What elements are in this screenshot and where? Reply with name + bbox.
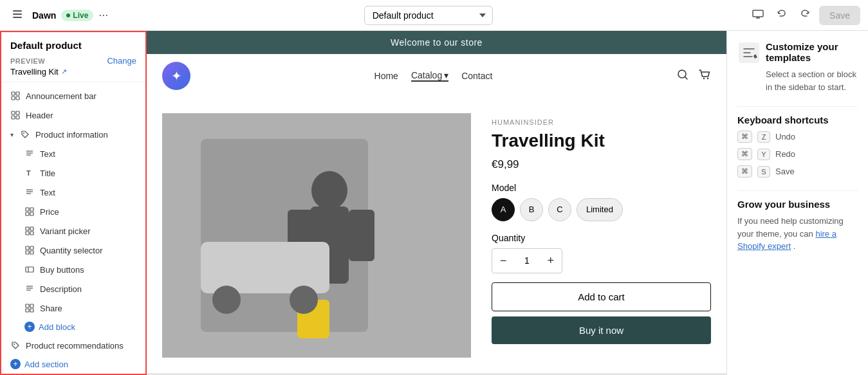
svg-rect-31 <box>30 251 33 254</box>
sidebar-subitem-quantity-selector[interactable]: Quantity selector <box>1 241 145 260</box>
store-nav: ✦ Home Catalog ▾ Contact <box>147 54 726 98</box>
tag-icon-2 <box>10 340 21 351</box>
collapse-arrow-icon: ▾ <box>10 131 14 138</box>
buy-now-button[interactable]: Buy it now <box>492 316 711 344</box>
nav-link-catalog[interactable]: Catalog ▾ <box>411 70 448 82</box>
sidebar-subitem-title[interactable]: T Title <box>1 163 145 183</box>
sidebar-item-header[interactable]: Header <box>1 105 145 125</box>
corners-icon-share <box>24 303 35 313</box>
search-icon[interactable] <box>676 68 689 84</box>
corners-icon-quantity <box>24 245 35 255</box>
sidebar-subitem-buy-buttons[interactable]: Buy buttons <box>1 260 145 279</box>
svg-rect-39 <box>26 309 29 312</box>
sidebar-subitem-variant-picker[interactable]: Variant picker <box>1 221 145 241</box>
model-option-b[interactable]: B <box>520 198 543 221</box>
add-section-button[interactable]: + Add section <box>1 355 145 373</box>
divider-1 <box>737 106 858 107</box>
svg-rect-50 <box>349 210 374 261</box>
theme-name: Dawn <box>32 10 56 21</box>
buy-icon <box>24 264 35 275</box>
customize-icon <box>737 41 761 66</box>
quantity-label: Quantity <box>492 233 711 243</box>
corners-icon-price <box>24 206 35 217</box>
svg-rect-9 <box>16 111 19 114</box>
preview-area: Welcome to our store ✦ Home Catalog ▾ Co… <box>147 31 726 375</box>
svg-rect-5 <box>16 92 19 95</box>
sidebar-item-announcement-bar[interactable]: Announcement bar <box>1 86 145 105</box>
product-image-placeholder <box>162 113 471 358</box>
svg-rect-3 <box>753 10 763 17</box>
shortcuts-title: Keyboard shortcuts <box>737 114 858 125</box>
store-banner: Welcome to our store <box>147 31 726 54</box>
title-label: Title <box>40 169 55 178</box>
sidebar-subitem-text-2[interactable]: Text <box>1 183 145 202</box>
add-to-cart-button[interactable]: Add to cart <box>492 282 711 311</box>
z-key-undo: Z <box>757 131 770 143</box>
svg-point-43 <box>703 77 705 78</box>
preview-product-name: Travelling Kit <box>10 67 59 77</box>
topbar-right: Save <box>748 5 860 26</box>
desktop-view-button[interactable] <box>748 6 768 25</box>
sidebar-subitem-text-1[interactable]: Text <box>1 144 145 163</box>
y-key-redo: Y <box>757 149 770 160</box>
save-button[interactable]: Save <box>819 6 860 25</box>
nav-links: Home Catalog ▾ Contact <box>374 70 493 82</box>
svg-point-41 <box>14 343 15 345</box>
tag-icon <box>20 129 30 140</box>
nav-link-home[interactable]: Home <box>374 71 398 81</box>
preview-value: Travelling Kit ↗ <box>10 67 136 77</box>
text-1-label: Text <box>40 149 55 159</box>
sidebar-toggle-button[interactable] <box>8 5 27 26</box>
sidebar: Default product PREVIEW Change Travellin… <box>0 31 147 375</box>
redo-button[interactable] <box>796 5 814 26</box>
price-label: Price <box>40 207 59 217</box>
sidebar-subitem-price[interactable]: Price <box>1 202 145 221</box>
catalog-chevron-icon: ▾ <box>444 70 448 80</box>
sidebar-item-product-information[interactable]: ▾ Product information <box>1 125 145 144</box>
svg-rect-37 <box>26 304 29 307</box>
add-block-button[interactable]: + Add block <box>1 318 145 336</box>
text-2-label: Text <box>40 188 55 197</box>
svg-rect-22 <box>26 212 29 215</box>
quantity-increase-button[interactable]: + <box>539 249 562 273</box>
svg-rect-7 <box>16 96 19 100</box>
customize-section: Customize your templates Select a sectio… <box>737 41 858 93</box>
change-link[interactable]: Change <box>107 56 136 66</box>
svg-rect-11 <box>16 116 19 119</box>
store-logo: ✦ <box>162 62 190 90</box>
preview-row: PREVIEW Change <box>10 56 136 66</box>
product-price: €9,99 <box>492 158 711 171</box>
announcement-bar-label: Announcement bar <box>26 91 97 101</box>
sidebar-subitem-description[interactable]: Description <box>1 279 145 298</box>
undo-shortcut-label: Undo <box>775 132 795 142</box>
svg-rect-10 <box>12 116 15 119</box>
model-option-limited[interactable]: Limited <box>577 198 623 221</box>
variant-picker-label: Variant picker <box>40 226 91 236</box>
sidebar-title: Default product <box>10 40 136 51</box>
cart-icon[interactable] <box>698 68 711 84</box>
svg-rect-20 <box>26 208 29 211</box>
customize-text: Select a section or block in the sidebar… <box>766 68 858 93</box>
live-dot-icon <box>66 14 70 17</box>
undo-button[interactable] <box>773 5 791 26</box>
product-select[interactable]: Default product <box>364 6 493 25</box>
model-option-a[interactable]: A <box>492 198 515 221</box>
banner-text: Welcome to our store <box>391 37 483 48</box>
svg-rect-24 <box>26 227 29 230</box>
svg-rect-32 <box>26 267 33 272</box>
svg-rect-23 <box>30 212 33 215</box>
model-option-c[interactable]: C <box>548 198 571 221</box>
svg-rect-21 <box>30 208 33 211</box>
topbar-center: Default product <box>116 6 741 25</box>
sidebar-item-product-recommendations[interactable]: Product recommendations <box>1 336 145 355</box>
quantity-value: 1 <box>515 255 540 266</box>
sidebar-subitem-share[interactable]: Share <box>1 298 145 318</box>
svg-rect-38 <box>30 304 33 307</box>
quantity-decrease-button[interactable]: − <box>492 249 515 273</box>
shortcut-redo: ⌘ Y Redo <box>737 148 858 160</box>
add-block-label: Add block <box>39 322 75 332</box>
product-recommendations-label: Product recommendations <box>26 341 124 351</box>
nav-link-contact[interactable]: Contact <box>461 71 492 81</box>
cmd-key-save: ⌘ <box>737 165 752 178</box>
more-options-button[interactable]: ··· <box>98 8 108 22</box>
